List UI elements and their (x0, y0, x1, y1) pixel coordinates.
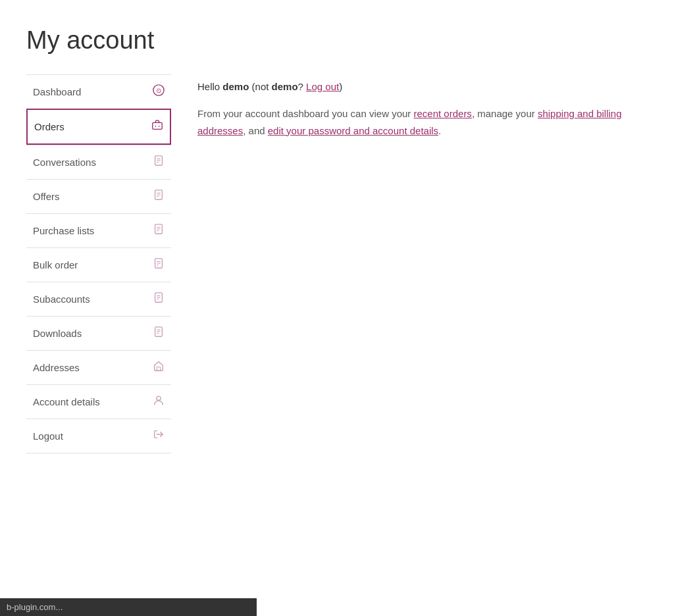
recent-orders-link[interactable]: recent orders (414, 108, 472, 119)
sidebar-item-label-purchase-lists: Purchase lists (33, 225, 94, 236)
sidebar-item-logout[interactable]: Logout (26, 419, 171, 453)
hello-not-prefix: (not (249, 81, 271, 92)
main-content: Hello demo (not demo? Log out) From your… (197, 74, 669, 139)
sidebar-item-label-dashboard: Dashboard (33, 86, 81, 97)
page-container: My account Dashboard⊙OrdersConversations… (0, 0, 695, 480)
subaccounts-icon (153, 292, 165, 307)
purchase-lists-icon (153, 223, 165, 238)
sidebar-item-label-downloads: Downloads (33, 328, 82, 339)
sidebar-item-orders[interactable]: Orders (26, 109, 171, 145)
sidebar-item-conversations[interactable]: Conversations (26, 145, 171, 179)
sidebar: Dashboard⊙OrdersConversationsOffersPurch… (26, 74, 171, 453)
sidebar-item-subaccounts[interactable]: Subaccounts (26, 282, 171, 316)
orders-icon (151, 119, 163, 134)
conversations-icon (153, 155, 165, 170)
page-title: My account (26, 26, 669, 55)
offers-icon (153, 189, 165, 204)
sidebar-item-label-subaccounts: Subaccounts (33, 294, 90, 305)
sidebar-item-label-conversations: Conversations (33, 157, 96, 168)
password-link[interactable]: edit your password and account details (268, 125, 438, 136)
bulk-order-icon (153, 257, 165, 272)
svg-text:⊙: ⊙ (156, 87, 161, 94)
sidebar-item-label-orders: Orders (34, 121, 64, 132)
description-text: From your account dashboard you can view… (197, 105, 669, 139)
svg-rect-2 (153, 122, 162, 129)
sidebar-item-label-offers: Offers (33, 191, 60, 202)
svg-point-4 (159, 126, 160, 127)
svg-point-3 (155, 126, 156, 127)
sidebar-item-label-addresses: Addresses (33, 362, 80, 373)
downloads-icon (153, 326, 165, 341)
hello-not-suffix: ? (298, 81, 307, 92)
desc-middle: , manage your (472, 108, 538, 119)
hello-username: demo (222, 81, 249, 92)
sidebar-item-label-bulk-order: Bulk order (33, 259, 78, 270)
logout-link[interactable]: Log out (306, 81, 339, 92)
content-area: Dashboard⊙OrdersConversationsOffersPurch… (26, 74, 669, 453)
svg-point-30 (157, 396, 161, 400)
addresses-icon (153, 360, 165, 375)
hello-closing: ) (339, 81, 342, 92)
sidebar-item-account-details[interactable]: Account details (26, 384, 171, 419)
sidebar-item-label-account-details: Account details (33, 396, 100, 407)
sidebar-item-downloads[interactable]: Downloads (26, 316, 171, 350)
svg-rect-29 (157, 367, 160, 371)
desc-end: . (438, 125, 441, 136)
desc-before: From your account dashboard you can view… (197, 108, 414, 119)
sidebar-item-label-logout: Logout (33, 430, 63, 442)
sidebar-item-addresses[interactable]: Addresses (26, 350, 171, 384)
hello-prefix: Hello (197, 81, 222, 92)
sidebar-item-purchase-lists[interactable]: Purchase lists (26, 213, 171, 247)
hello-message: Hello demo (not demo? Log out) (197, 81, 669, 92)
dashboard-icon: ⊙ (153, 84, 165, 99)
sidebar-item-dashboard[interactable]: Dashboard⊙ (26, 74, 171, 109)
desc-and: , and (243, 125, 268, 136)
logout-icon (153, 428, 165, 444)
account-details-icon (153, 394, 165, 409)
sidebar-item-offers[interactable]: Offers (26, 179, 171, 213)
hello-not-username: demo (272, 81, 298, 92)
sidebar-item-bulk-order[interactable]: Bulk order (26, 247, 171, 282)
